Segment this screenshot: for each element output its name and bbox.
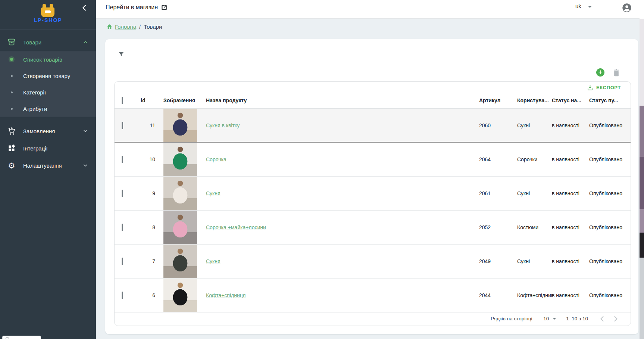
product-user-category: Кофта+спідниц	[517, 292, 552, 298]
logo-text: LP-SHOP	[0, 17, 96, 23]
product-publish-status: Опубліковано	[589, 224, 631, 230]
product-stock-status: в наявності	[552, 292, 589, 298]
product-name-link[interactable]: Кофта+спідниця	[206, 292, 246, 298]
caret-down-icon	[588, 6, 592, 8]
dot-icon	[0, 75, 23, 77]
download-icon	[587, 84, 593, 91]
product-image	[163, 177, 197, 210]
product-image	[163, 211, 197, 244]
product-name-link[interactable]: Сорочка	[206, 156, 226, 162]
sidebar-item-label: Товари	[23, 39, 41, 46]
home-icon	[106, 24, 113, 30]
sidebar-item-products[interactable]: Товари	[0, 34, 96, 51]
add-product-button[interactable]: +	[596, 68, 604, 77]
sidebar-item-settings[interactable]: ⚙ Налаштування	[0, 157, 96, 174]
product-stock-status: в наявності	[552, 258, 589, 264]
logo: LP-SHOP	[0, 0, 96, 30]
products-box-icon	[0, 38, 23, 46]
go-to-store-link[interactable]: Перейти в магазин	[106, 4, 168, 11]
product-sku: 2061	[479, 190, 517, 196]
product-name-link[interactable]: Сорочка +майка+лосини	[206, 224, 266, 230]
products-table: ЕКСПОРТ id Зображення Назва продукту Арт…	[114, 81, 631, 326]
sidebar-item-label: Замовлення	[23, 128, 55, 134]
product-sku: 2044	[479, 292, 517, 298]
row-checkbox[interactable]	[122, 292, 123, 299]
product-row: 6 Кофта+спідниця 2044 Кофта+спідниц в на…	[115, 279, 631, 312]
header-id[interactable]: id	[137, 97, 157, 103]
mini-icon	[6, 338, 9, 339]
sidebar-item-orders[interactable]: Замовлення	[0, 122, 96, 140]
caret-down-icon	[553, 318, 556, 320]
breadcrumb-current: Товари	[144, 24, 162, 30]
row-checkbox[interactable]	[122, 258, 123, 265]
product-name-link[interactable]: Сукня	[206, 190, 221, 196]
header-publish-status[interactable]: Статус пу...	[589, 97, 631, 103]
header-user[interactable]: Користува...	[517, 97, 552, 103]
product-stock-status: в наявності	[552, 122, 589, 128]
gear-icon: ⚙	[0, 162, 23, 170]
product-row: 10 Сорочка 2064 Сорочки в наявності Опуб…	[115, 143, 631, 177]
account-avatar-button[interactable]	[622, 3, 632, 13]
product-name-link[interactable]: Сукня	[206, 258, 221, 264]
product-row: 9 Сукня 2061 Сукні в наявності Опубліков…	[115, 177, 631, 211]
row-checkbox[interactable]	[122, 190, 123, 197]
previous-page-button[interactable]	[598, 314, 607, 323]
export-button[interactable]: ЕКСПОРТ	[587, 84, 621, 91]
product-image	[163, 245, 197, 278]
sidebar-item-label: Інтеграції	[23, 145, 48, 152]
sidebar-item-integrations[interactable]: Інтеграції	[0, 140, 96, 157]
product-user-category: Сорочки	[517, 156, 552, 162]
breadcrumb-home-link[interactable]: Головна	[106, 24, 136, 30]
dot-icon	[0, 91, 23, 93]
sidebar-item-attributes[interactable]: Атрибути	[0, 100, 96, 117]
product-id: 7	[137, 258, 157, 264]
row-checkbox[interactable]	[122, 224, 123, 231]
product-publish-status: Опубліковано	[589, 156, 631, 162]
shop-bag-icon	[40, 4, 55, 18]
header-stock-status[interactable]: Статус на...	[552, 97, 589, 103]
product-user-category: Сукні	[517, 258, 552, 264]
browser-status-bubble	[2, 336, 41, 339]
row-checkbox[interactable]	[122, 122, 123, 129]
product-sku: 2052	[479, 224, 517, 230]
sidebar-item-label: Налаштування	[23, 162, 62, 169]
filter-icon[interactable]	[118, 50, 126, 59]
header-image[interactable]: Зображення	[157, 97, 203, 103]
product-name-link[interactable]: Сукня в квітку	[206, 122, 240, 128]
product-id: 8	[137, 224, 157, 230]
product-row: 11 Сукня в квітку 2060 Сукні в наявності…	[115, 109, 631, 143]
product-image	[163, 143, 197, 176]
select-all-checkbox[interactable]	[122, 97, 123, 104]
pagination-range: 1–10 з 10	[566, 316, 588, 321]
toolbar-divider	[133, 44, 133, 68]
product-publish-status: Опубліковано	[589, 292, 631, 298]
sidebar-item-categories[interactable]: Категорії	[0, 84, 96, 100]
row-checkbox[interactable]	[122, 156, 123, 163]
sidebar-collapse-button[interactable]	[80, 4, 88, 12]
product-row: 7 Сукня 2049 Сукні в наявності Опубліков…	[115, 245, 631, 279]
window-edge-artifact	[640, 0, 644, 339]
rows-per-page-select[interactable]: 10	[543, 316, 556, 321]
external-link-icon	[161, 4, 168, 11]
header-name[interactable]: Назва продукту	[203, 97, 479, 103]
topbar: Перейти в магазин uk	[96, 0, 644, 19]
table-body: 11 Сукня в квітку 2060 Сукні в наявності…	[115, 109, 631, 312]
next-page-button[interactable]	[611, 314, 620, 323]
product-image	[163, 279, 197, 312]
product-sku: 2064	[479, 156, 517, 162]
language-select[interactable]: uk	[572, 3, 593, 10]
active-dot-icon	[0, 58, 23, 61]
sidebar-item-product-list[interactable]: Список товарів	[0, 51, 96, 68]
product-sku: 2060	[479, 122, 517, 128]
product-user-category: Сукні	[517, 122, 552, 128]
sidebar-item-product-create[interactable]: Створення товару	[0, 68, 96, 84]
delete-icon[interactable]	[613, 69, 620, 77]
product-publish-status: Опубліковано	[589, 190, 631, 196]
product-id: 9	[137, 190, 157, 196]
product-user-category: Сукні	[517, 190, 552, 196]
breadcrumb: Головна / Товари	[106, 24, 162, 30]
header-sku[interactable]: Артикул	[479, 97, 517, 103]
pagination-bar: Рядків на сторінці: 10 1–10 з 10	[115, 312, 631, 326]
integrations-icon	[0, 144, 23, 152]
cart-plus-icon	[0, 127, 23, 136]
